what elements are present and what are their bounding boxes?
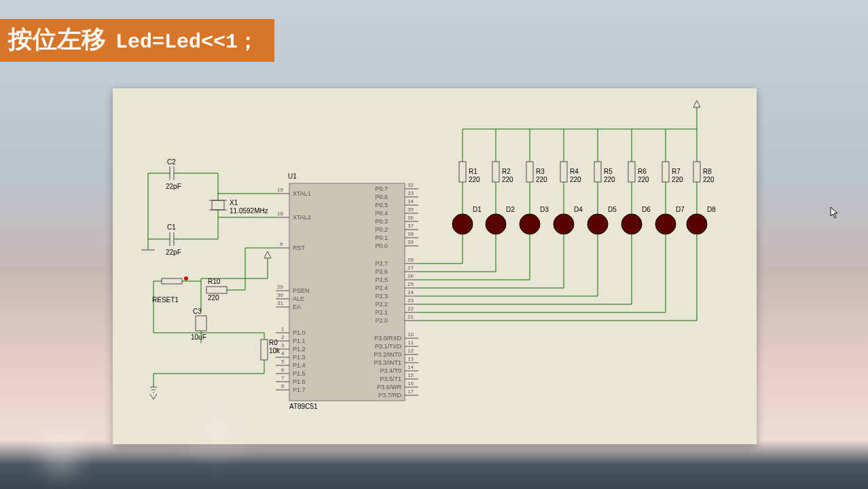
svg-text:14: 14: [408, 364, 414, 370]
svg-text:36: 36: [408, 215, 414, 221]
svg-text:22: 22: [408, 306, 414, 312]
svg-text:D5: D5: [608, 206, 617, 213]
svg-point-193: [452, 214, 473, 234]
svg-text:P0.3: P0.3: [375, 218, 388, 225]
svg-rect-224: [628, 162, 635, 182]
svg-text:5: 5: [281, 359, 285, 365]
svg-text:16: 16: [408, 380, 414, 386]
led-col-5: R5220 D5: [587, 129, 617, 234]
svg-text:P3.5/T1: P3.5/T1: [380, 376, 401, 382]
led-col-8: R8220 D8: [687, 129, 716, 234]
svg-text:PSEN: PSEN: [293, 287, 310, 294]
led-col-1: R1220 D1: [452, 129, 482, 235]
svg-text:P1.2: P1.2: [293, 346, 306, 352]
svg-text:R5: R5: [604, 168, 613, 175]
svg-rect-217: [594, 162, 601, 182]
svg-text:7: 7: [281, 375, 285, 381]
svg-text:R2: R2: [502, 168, 511, 175]
svg-text:P3.7/RD: P3.7/RD: [378, 392, 402, 399]
svg-text:10k: 10k: [269, 347, 281, 355]
svg-point-243: [687, 214, 707, 234]
svg-point-208: [520, 214, 540, 234]
svg-text:P1.5: P1.5: [293, 370, 306, 377]
svg-point-236: [655, 214, 676, 234]
bg-blur-1: [41, 435, 82, 475]
svg-text:220: 220: [208, 294, 219, 302]
svg-text:RST: RST: [293, 244, 306, 251]
svg-rect-188: [459, 162, 466, 182]
svg-text:10: 10: [408, 331, 414, 338]
svg-text:RESET1: RESET1: [152, 296, 179, 304]
svg-rect-196: [492, 162, 499, 182]
svg-text:P3.4/T0: P3.4/T0: [380, 367, 401, 374]
chip-part: AT89C51: [289, 403, 318, 410]
svg-rect-210: [560, 162, 567, 182]
svg-point-229: [621, 214, 642, 234]
svg-text:220: 220: [703, 176, 715, 183]
svg-text:D3: D3: [540, 206, 549, 213]
svg-text:P1.6: P1.6: [293, 378, 306, 385]
svg-point-222: [587, 214, 608, 234]
crystal-circuit: C222pF C122pF X111.0592MHz: [141, 158, 276, 256]
svg-text:26: 26: [408, 273, 414, 279]
svg-text:P0.0: P0.0: [375, 242, 388, 249]
svg-text:25: 25: [408, 281, 414, 287]
svg-text:220: 220: [570, 176, 581, 183]
svg-text:12: 12: [408, 348, 414, 354]
svg-text:D6: D6: [642, 206, 651, 213]
title-banner: 按位左移 Led=Led<<1；: [0, 19, 274, 62]
svg-text:X1: X1: [230, 199, 238, 206]
led-col-7: R7220 D7: [655, 129, 685, 234]
svg-text:D1: D1: [473, 206, 482, 213]
svg-text:13: 13: [408, 356, 414, 362]
svg-text:3: 3: [281, 342, 285, 348]
title-main-text: 按位左移: [8, 23, 106, 56]
svg-text:R3: R3: [536, 168, 545, 175]
svg-text:11.0592MHz: 11.0592MHz: [230, 207, 268, 215]
led-col-3: R3220 D3: [520, 129, 549, 234]
svg-text:EA: EA: [293, 304, 301, 310]
svg-text:9: 9: [280, 241, 283, 247]
svg-text:P2.7: P2.7: [375, 260, 388, 267]
svg-text:28: 28: [408, 257, 414, 263]
svg-point-215: [554, 214, 574, 234]
svg-text:R7: R7: [672, 168, 681, 175]
svg-text:P3.3/INT1: P3.3/INT1: [374, 359, 401, 366]
svg-text:R8: R8: [703, 168, 712, 175]
led-col-6: R6220 D6: [621, 129, 651, 234]
svg-text:4: 4: [281, 350, 285, 357]
svg-text:29: 29: [277, 284, 283, 290]
svg-text:R6: R6: [638, 168, 647, 175]
svg-text:R10: R10: [208, 278, 221, 285]
svg-rect-143: [162, 278, 182, 284]
svg-text:11: 11: [408, 340, 414, 346]
svg-point-144: [184, 276, 188, 280]
svg-text:P3.2/INT0: P3.2/INT0: [374, 351, 401, 358]
svg-text:220: 220: [469, 176, 480, 183]
svg-text:P3.0/RXD: P3.0/RXD: [374, 335, 402, 342]
svg-text:P2.2: P2.2: [375, 301, 388, 308]
svg-text:R1: R1: [469, 168, 477, 175]
svg-text:34: 34: [408, 198, 414, 204]
svg-text:220: 220: [502, 176, 513, 183]
svg-text:220: 220: [604, 176, 615, 183]
svg-text:D7: D7: [676, 206, 685, 213]
svg-text:22pF: 22pF: [166, 183, 181, 190]
svg-text:220: 220: [536, 176, 547, 183]
svg-text:1: 1: [281, 326, 285, 332]
svg-text:30: 30: [277, 292, 283, 298]
svg-text:P2.6: P2.6: [375, 268, 388, 275]
svg-text:18: 18: [277, 211, 283, 217]
bg-blur-2: [190, 401, 245, 455]
svg-text:6: 6: [281, 367, 285, 373]
svg-text:P1.7: P1.7: [293, 386, 306, 393]
led-col-2: R2220 D2: [486, 129, 515, 234]
svg-text:ALE: ALE: [293, 295, 304, 302]
svg-text:P1.3: P1.3: [293, 354, 306, 361]
svg-text:35: 35: [408, 206, 414, 213]
svg-text:220: 220: [638, 176, 649, 183]
svg-rect-231: [662, 162, 669, 182]
svg-text:P2.3: P2.3: [375, 293, 388, 300]
svg-text:D2: D2: [506, 206, 515, 213]
svg-text:38: 38: [408, 231, 414, 237]
